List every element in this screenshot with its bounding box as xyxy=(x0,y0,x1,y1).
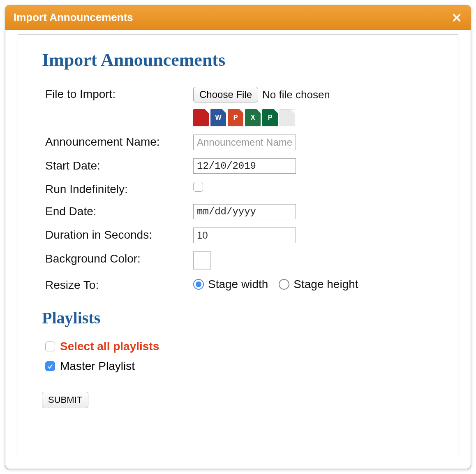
bgcolor-swatch[interactable] xyxy=(193,251,211,270)
resize-label: Resize To: xyxy=(45,278,193,292)
choose-file-button[interactable]: Choose File xyxy=(193,87,258,102)
resize-stage-width-radio[interactable] xyxy=(193,279,204,290)
row-name: Announcement Name: xyxy=(45,135,434,150)
name-label: Announcement Name: xyxy=(45,135,193,149)
start-date-label: Start Date: xyxy=(45,158,193,172)
playlists-heading: Playlists xyxy=(42,308,434,328)
dialog-body: Import Announcements File to Import: Cho… xyxy=(18,34,458,456)
row-run-indef: Run Indefinitely: xyxy=(45,182,434,196)
excel-icon: X xyxy=(245,109,261,126)
resize-stage-height-radio[interactable] xyxy=(279,279,289,290)
bgcolor-label: Background Color: xyxy=(45,251,193,265)
word-icon: W xyxy=(210,109,226,126)
playlist-label: Master Playlist xyxy=(60,360,135,373)
row-resize: Resize To: Stage width Stage height xyxy=(45,278,434,292)
select-all-playlists-checkbox[interactable] xyxy=(45,342,55,351)
publisher-icon: P xyxy=(262,109,278,126)
announcement-name-input[interactable] xyxy=(193,135,296,150)
dialog-titlebar: Import Announcements xyxy=(5,5,471,30)
run-indef-checkbox[interactable] xyxy=(193,182,203,192)
end-date-input[interactable] xyxy=(193,204,296,219)
submit-button[interactable]: SUBMIT xyxy=(42,392,88,408)
powerpoint-icon: P xyxy=(228,109,243,126)
close-icon[interactable] xyxy=(451,12,462,23)
start-date-input[interactable] xyxy=(193,158,296,174)
pdf-icon xyxy=(193,109,209,126)
row-file: File to Import: Choose File No file chos… xyxy=(45,87,434,126)
form: File to Import: Choose File No file chos… xyxy=(45,87,434,292)
duration-input[interactable] xyxy=(193,228,296,243)
dialog-title: Import Announcements xyxy=(14,11,133,24)
run-indef-label: Run Indefinitely: xyxy=(45,182,193,196)
playlist-row: Master Playlist xyxy=(45,360,434,373)
row-end-date: End Date: xyxy=(45,204,434,219)
row-bgcolor: Background Color: xyxy=(45,251,434,270)
file-label: File to Import: xyxy=(45,87,193,101)
row-start-date: Start Date: xyxy=(45,158,434,174)
end-date-label: End Date: xyxy=(45,204,193,218)
select-all-playlists-row: Select all playlists xyxy=(45,340,434,353)
playlist-checkbox[interactable] xyxy=(45,361,55,371)
import-announcements-dialog: Import Announcements Import Announcement… xyxy=(5,5,471,469)
filetype-icons: W P X P xyxy=(193,109,434,126)
text-icon xyxy=(280,109,295,126)
select-all-playlists-label: Select all playlists xyxy=(60,340,159,353)
resize-height-label: Stage height xyxy=(293,278,358,291)
resize-width-label: Stage width xyxy=(208,278,268,291)
no-file-chosen-text: No file chosen xyxy=(262,88,330,101)
duration-label: Duration in Seconds: xyxy=(45,228,193,242)
page-heading: Import Announcements xyxy=(42,49,434,70)
row-duration: Duration in Seconds: xyxy=(45,228,434,243)
